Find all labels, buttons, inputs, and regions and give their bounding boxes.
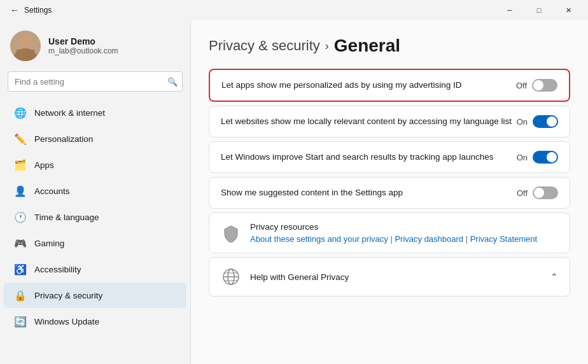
sidebar-item-label: Accounts <box>34 186 70 196</box>
sidebar-item-windows-update[interactable]: 🔄 Windows Update <box>4 309 186 334</box>
privacy-link-separator: | <box>463 234 470 244</box>
setting-label: Let Windows improve Start and search res… <box>221 151 493 164</box>
privacy-resources: Privacy resources About these settings a… <box>209 213 570 253</box>
network-icon: 🌐 <box>14 106 27 119</box>
settings-list: Let apps show me personalized ads by usi… <box>209 69 570 213</box>
toggle-knob <box>547 152 557 162</box>
sidebar-item-network[interactable]: 🌐 Network & internet <box>4 100 186 125</box>
help-left: Help with General Privacy <box>221 267 349 287</box>
avatar <box>10 31 41 61</box>
sidebar-item-apps[interactable]: 🗂️ Apps <box>4 152 186 178</box>
svg-rect-2 <box>17 50 34 61</box>
setting-label: Let websites show me locally relevant co… <box>221 116 512 128</box>
breadcrumb-current: General <box>334 36 400 56</box>
sidebar-item-label: Windows Update <box>34 317 99 326</box>
toggle-knob <box>547 116 557 127</box>
app-body: User Demo m_lab@outlook.com 🔍 🌐 Network … <box>0 20 588 364</box>
sidebar-item-label: Gaming <box>34 239 64 248</box>
sidebar-item-accessibility[interactable]: ♿ Accessibility <box>4 256 186 282</box>
privacy-resources-text: Privacy resources About these settings a… <box>250 222 537 244</box>
sidebar-item-label: Personalization <box>34 134 93 144</box>
setting-item-suggestions: Show me suggested content in the Setting… <box>209 177 570 209</box>
help-item[interactable]: Help with General Privacy ⌃ <box>209 257 570 297</box>
user-info: User Demo m_lab@outlook.com <box>48 36 118 55</box>
toggle-language[interactable] <box>533 115 558 128</box>
toggle-knob <box>533 80 543 90</box>
close-button[interactable]: ✕ <box>554 0 583 20</box>
setting-status: Off <box>516 81 527 90</box>
sidebar-item-label: Privacy & security <box>34 291 102 300</box>
privacy-link-1[interactable]: Privacy dashboard <box>395 234 463 244</box>
privacy-icon: 🔒 <box>14 289 27 302</box>
minimize-button[interactable]: ─ <box>495 0 524 20</box>
sidebar: User Demo m_lab@outlook.com 🔍 🌐 Network … <box>0 20 191 364</box>
personalization-icon: ✏️ <box>14 132 27 145</box>
toggle-knob <box>534 188 544 198</box>
nav-list: 🌐 Network & internet ✏️ Personalization … <box>0 97 190 337</box>
setting-label: Show me suggested content in the Setting… <box>221 187 403 199</box>
setting-item-tracking: Let Windows improve Start and search res… <box>209 141 570 173</box>
sidebar-item-accounts[interactable]: 👤 Accounts <box>4 178 186 204</box>
sidebar-item-time[interactable]: 🕐 Time & language <box>4 204 186 230</box>
setting-control: Off <box>516 79 557 92</box>
back-button[interactable]: ← <box>10 5 19 15</box>
sidebar-item-privacy[interactable]: 🔒 Privacy & security <box>4 283 186 308</box>
user-email: m_lab@outlook.com <box>48 46 118 55</box>
setting-control: On <box>517 115 558 128</box>
sidebar-item-label: Apps <box>34 160 54 170</box>
title-bar-left: ← Settings <box>10 5 52 15</box>
user-name: User Demo <box>48 36 118 46</box>
privacy-links: About these settings and your privacy | … <box>250 234 537 244</box>
gaming-icon: 🎮 <box>14 237 27 249</box>
toggle-suggestions[interactable] <box>533 186 558 199</box>
accessibility-icon: ♿ <box>14 263 27 276</box>
setting-control: Off <box>517 186 558 199</box>
app-title: Settings <box>24 6 52 15</box>
sidebar-item-personalization[interactable]: ✏️ Personalization <box>4 126 186 151</box>
help-label: Help with General Privacy <box>250 272 349 282</box>
sidebar-item-label: Time & language <box>34 213 99 222</box>
windows-update-icon: 🔄 <box>14 315 27 328</box>
accounts-icon: 👤 <box>14 185 27 197</box>
privacy-resources-title: Privacy resources <box>250 222 537 232</box>
breadcrumb: Privacy & security › General <box>209 36 570 56</box>
time-icon: 🕐 <box>14 211 27 223</box>
search-icon: 🔍 <box>167 77 178 87</box>
shield-icon <box>221 223 241 244</box>
toggle-tracking[interactable] <box>533 151 558 164</box>
setting-item-ads: Let apps show me personalized ads by usi… <box>209 69 570 102</box>
setting-status: On <box>517 153 528 162</box>
user-profile[interactable]: User Demo m_lab@outlook.com <box>0 20 190 69</box>
privacy-link-0[interactable]: About these settings and your privacy <box>250 234 388 244</box>
title-bar-controls: ─ □ ✕ <box>495 0 583 20</box>
setting-item-language: Let websites show me locally relevant co… <box>209 106 570 137</box>
title-bar: ← Settings ─ □ ✕ <box>0 0 588 20</box>
svg-point-1 <box>19 36 32 48</box>
main-content: Privacy & security › General Let apps sh… <box>191 20 588 364</box>
sidebar-item-label: Network & internet <box>34 108 105 118</box>
apps-icon: 🗂️ <box>14 158 27 171</box>
maximize-button[interactable]: □ <box>524 0 554 20</box>
chevron-up-icon: ⌃ <box>550 272 558 282</box>
search-box: 🔍 <box>8 71 183 92</box>
setting-control: On <box>517 151 558 164</box>
setting-status: Off <box>517 188 528 198</box>
sidebar-item-gaming[interactable]: 🎮 Gaming <box>4 230 186 256</box>
globe-icon <box>221 267 241 287</box>
setting-status: On <box>517 117 528 127</box>
sidebar-item-label: Accessibility <box>34 265 81 274</box>
breadcrumb-separator: › <box>325 39 329 53</box>
breadcrumb-parent: Privacy & security <box>209 38 320 54</box>
search-input[interactable] <box>8 71 183 92</box>
setting-label: Let apps show me personalized ads by usi… <box>221 80 461 92</box>
toggle-ads[interactable] <box>532 79 557 92</box>
privacy-link-2[interactable]: Privacy Statement <box>470 234 538 244</box>
privacy-link-separator: | <box>388 234 395 244</box>
